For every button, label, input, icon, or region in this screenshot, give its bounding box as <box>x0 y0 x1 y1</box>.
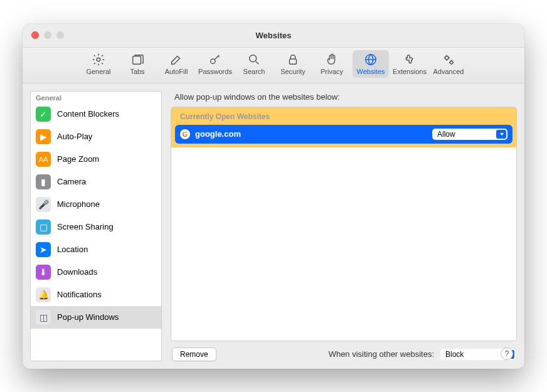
toolbar-label: Privacy <box>321 68 343 75</box>
svg-point-7 <box>450 61 453 64</box>
svg-point-3 <box>250 55 257 61</box>
sidebar-item-popup-windows[interactable]: ◫Pop-up Windows <box>31 306 161 329</box>
remove-button[interactable]: Remove <box>172 347 216 361</box>
sidebar-item-label: Downloads <box>57 267 97 277</box>
website-cell: G google.com <box>180 129 241 139</box>
toolbar-websites[interactable]: Websites <box>353 50 389 78</box>
gear-icon <box>92 53 105 66</box>
svg-rect-1 <box>133 56 141 64</box>
screen-icon: ▢ <box>36 220 51 235</box>
minimize-window-button[interactable] <box>44 31 51 39</box>
key-icon <box>208 53 222 66</box>
sidebar-item-label: Pop-up Windows <box>57 312 119 322</box>
website-domain: google.com <box>195 129 241 139</box>
bell-icon: 🔔 <box>36 287 51 302</box>
sidebar-item-notifications[interactable]: 🔔Notifications <box>31 283 161 306</box>
tabs-icon <box>130 53 144 66</box>
row-setting-popup[interactable]: Allow <box>432 129 507 140</box>
toolbar-label: Tabs <box>130 68 144 75</box>
lock-icon <box>286 53 300 66</box>
toolbar-label: Extensions <box>393 68 427 75</box>
window-icon: ◫ <box>36 310 51 325</box>
gears-icon <box>442 53 455 66</box>
sidebar: General ✓Content Blockers ▶Auto-Play AAP… <box>30 91 162 361</box>
close-window-button[interactable] <box>31 31 39 39</box>
toolbar-label: AutoFill <box>165 68 188 75</box>
toolbar-security[interactable]: Security <box>275 50 311 78</box>
sidebar-item-label: Screen Sharing <box>57 222 114 231</box>
preferences-toolbar: General Tabs AutoFill Passwords Search S… <box>23 48 524 83</box>
toolbar-label: Search <box>243 68 265 75</box>
main-headline: Allow pop-up windows on the websites bel… <box>174 92 517 102</box>
sidebar-item-label: Content Blockers <box>57 109 119 119</box>
zoom-icon: AA <box>36 152 51 167</box>
sidebar-group-header: General <box>31 92 161 103</box>
toolbar-label: Passwords <box>198 68 232 75</box>
search-icon <box>247 53 261 66</box>
highlighted-section: Currently Open Websites G google.com All… <box>171 107 516 147</box>
sidebar-item-label: Auto-Play <box>57 132 92 141</box>
pencil-icon <box>169 53 183 66</box>
toolbar-label: Advanced <box>433 68 464 75</box>
toolbar-search[interactable]: Search <box>236 50 272 78</box>
preferences-window: Websites General Tabs AutoFill Passwords… <box>23 24 524 369</box>
camera-icon: ▮ <box>36 174 51 189</box>
sidebar-item-label: Page Zoom <box>57 154 99 164</box>
row-setting-select[interactable]: Allow <box>432 129 507 140</box>
zoom-window-button[interactable] <box>56 31 64 39</box>
toolbar-autofill[interactable]: AutoFill <box>158 50 194 78</box>
download-icon: ⬇ <box>36 265 51 280</box>
window-title: Websites <box>256 31 292 40</box>
main-panel: Allow pop-up windows on the websites bel… <box>171 91 517 361</box>
sidebar-item-location[interactable]: ➤Location <box>31 238 161 261</box>
sidebar-item-label: Camera <box>57 177 86 186</box>
location-icon: ➤ <box>36 242 51 257</box>
other-websites-label: When visiting other websites: <box>329 349 434 359</box>
toolbar-passwords[interactable]: Passwords <box>197 50 233 78</box>
sidebar-item-page-zoom[interactable]: AAPage Zoom <box>31 148 161 171</box>
toolbar-privacy[interactable]: Privacy <box>314 50 350 78</box>
play-icon: ▶ <box>36 129 51 144</box>
toolbar-label: Security <box>280 68 305 75</box>
sidebar-item-label: Notifications <box>57 290 102 299</box>
microphone-icon: 🎤 <box>36 197 51 212</box>
sidebar-item-label: Location <box>57 245 88 254</box>
sidebar-item-auto-play[interactable]: ▶Auto-Play <box>31 125 161 148</box>
google-favicon-icon: G <box>180 129 190 139</box>
toolbar-general[interactable]: General <box>80 50 117 78</box>
puzzle-icon <box>403 53 417 66</box>
titlebar: Websites <box>23 24 524 48</box>
svg-point-2 <box>211 59 215 63</box>
content-area: General ✓Content Blockers ▶Auto-Play AAP… <box>23 83 524 369</box>
sidebar-item-content-blockers[interactable]: ✓Content Blockers <box>31 103 161 125</box>
svg-point-6 <box>445 56 449 60</box>
bottom-bar: Remove When visiting other websites: Blo… <box>171 341 517 361</box>
toolbar-label: Websites <box>356 68 385 75</box>
sidebar-item-screen-sharing[interactable]: ▢Screen Sharing <box>31 216 161 238</box>
sidebar-item-downloads[interactable]: ⬇Downloads <box>31 261 161 283</box>
toolbar-tabs[interactable]: Tabs <box>119 50 156 78</box>
sidebar-item-microphone[interactable]: 🎤Microphone <box>31 193 161 216</box>
sidebar-item-label: Microphone <box>57 199 100 209</box>
traffic-lights <box>31 31 64 39</box>
toolbar-advanced[interactable]: Advanced <box>430 50 467 78</box>
section-header: Currently Open Websites <box>175 111 512 125</box>
globe-icon <box>364 53 378 66</box>
svg-rect-4 <box>290 59 297 64</box>
hand-icon <box>325 53 339 66</box>
shield-check-icon: ✓ <box>36 107 51 122</box>
toolbar-label: General <box>86 68 110 75</box>
website-list-panel: Currently Open Websites G google.com All… <box>171 107 517 341</box>
website-row[interactable]: G google.com Allow <box>175 125 512 144</box>
sidebar-item-camera[interactable]: ▮Camera <box>31 171 161 193</box>
svg-point-0 <box>97 58 100 61</box>
toolbar-extensions[interactable]: Extensions <box>391 50 428 78</box>
